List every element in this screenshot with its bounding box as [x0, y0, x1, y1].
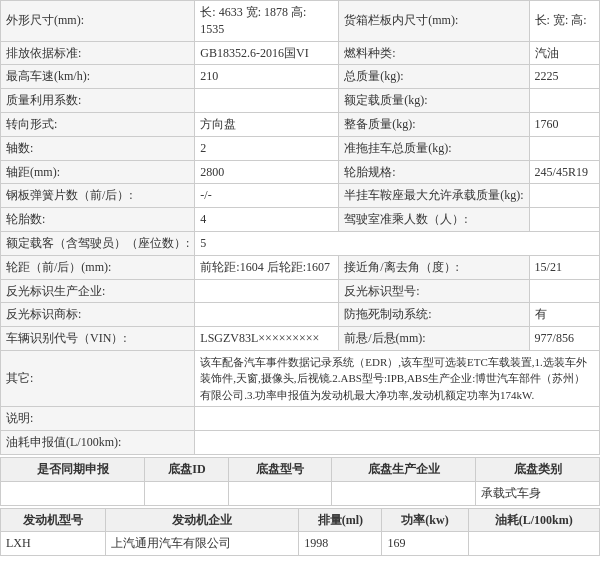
- cab-seats-value: [529, 208, 599, 232]
- max-speed-value: 210: [195, 65, 339, 89]
- chassis-col0-header: 是否同期申报: [1, 458, 145, 482]
- other-value: 该车配备汽车事件数据记录系统（EDR）,该车型可选装ETC车载装置,1.选装车外…: [195, 350, 600, 407]
- anti-rollover-value: 有: [529, 303, 599, 327]
- rated-load-value: [529, 89, 599, 113]
- chassis-row1-col4: 承载式车身: [476, 481, 600, 505]
- tire-count-value: 4: [195, 208, 339, 232]
- vin-label: 车辆识别代号（VIN）:: [1, 327, 195, 351]
- wheelbase-label: 轴距(mm):: [1, 160, 195, 184]
- mass-util-label: 质量利用系数:: [1, 89, 195, 113]
- engine-col5-header: 油耗(L/100km): [468, 508, 599, 532]
- chassis-row1-col1: [145, 481, 229, 505]
- emission-label: 排放依据标准:: [1, 41, 195, 65]
- engine-col1-header: 发动机型号: [1, 508, 106, 532]
- engine-row1-col4: 169: [382, 532, 468, 556]
- reflex-producer-label: 反光标识生产企业:: [1, 279, 195, 303]
- tire-count-label: 轮胎数:: [1, 208, 195, 232]
- note-value: [195, 407, 600, 431]
- engine-col4-header: 功率(kw): [382, 508, 468, 532]
- cab-seats-label: 驾驶室准乘人数（人）:: [339, 208, 529, 232]
- reflex-producer-value: [195, 279, 339, 303]
- semi-seat-load-label: 半挂车鞍座最大允许承载质量(kg):: [339, 184, 529, 208]
- prep-mass-value: 1760: [529, 112, 599, 136]
- engine-col3-header: 排量(ml): [299, 508, 382, 532]
- fuel-report-value: [195, 431, 600, 455]
- outer-dimensions-label: 外形尺寸(mm):: [1, 1, 195, 42]
- reflex-mark-label: 反光标识商标:: [1, 303, 195, 327]
- rated-load-label: 额定载质量(kg):: [339, 89, 529, 113]
- reflex-mark-value: [195, 303, 339, 327]
- emission-value: GB18352.6-2016国VI: [195, 41, 339, 65]
- chassis-row1-col3: [332, 481, 476, 505]
- chassis-col2-header: 底盘型号: [229, 458, 332, 482]
- prep-mass-label: 整备质量(kg):: [339, 112, 529, 136]
- fuel-type-value: 汽油: [529, 41, 599, 65]
- rated-seats-value: 5: [195, 231, 600, 255]
- chassis-col3-header: 底盘生产企业: [332, 458, 476, 482]
- rated-seats-label: 额定载客（含驾驶员）（座位数）:: [1, 231, 195, 255]
- chassis-col1-header: 底盘ID: [145, 458, 229, 482]
- axle-count-value: 2: [195, 136, 339, 160]
- fuel-report-label: 油耗申报值(L/100km):: [1, 431, 195, 455]
- tire-spec-label: 轮胎规格:: [339, 160, 529, 184]
- spring-label: 钢板弹簧片数（前/后）:: [1, 184, 195, 208]
- track-label: 轮距（前/后）(mm):: [1, 255, 195, 279]
- track-value: 前轮距:1604 后轮距:1607: [195, 255, 339, 279]
- axle-count-label: 轴数:: [1, 136, 195, 160]
- engine-row1-col5: [468, 532, 599, 556]
- total-mass-value: 2225: [529, 65, 599, 89]
- other-label: 其它:: [1, 350, 195, 407]
- steering-value: 方向盘: [195, 112, 339, 136]
- cargo-dimensions-value: 长: 宽: 高:: [529, 1, 599, 42]
- reflex-type-value: [529, 279, 599, 303]
- engine-row1-col3: 1998: [299, 532, 382, 556]
- approach-angle-label: 接近角/离去角（度）:: [339, 255, 529, 279]
- tire-spec-value: 245/45R19: [529, 160, 599, 184]
- engine-row1-col2: 上汽通用汽车有限公司: [105, 532, 298, 556]
- cargo-dimensions-label: 货箱栏板内尺寸(mm):: [339, 1, 529, 42]
- wheelbase-value: 2800: [195, 160, 339, 184]
- semi-trailer-mass-label: 准拖挂车总质量(kg):: [339, 136, 529, 160]
- reflex-type-label: 反光标识型号:: [339, 279, 529, 303]
- spring-value: -/-: [195, 184, 339, 208]
- vin-value: LSGZV83L×××××××××: [195, 327, 339, 351]
- engine-row1-col1: LXH: [1, 532, 106, 556]
- semi-seat-load-value: [529, 184, 599, 208]
- approach-departure-value: 977/856: [529, 327, 599, 351]
- fuel-type-label: 燃料种类:: [339, 41, 529, 65]
- max-speed-label: 最高车速(km/h):: [1, 65, 195, 89]
- approach-angle-value: 15/21: [529, 255, 599, 279]
- total-mass-label: 总质量(kg):: [339, 65, 529, 89]
- outer-dimensions-value: 长: 4633 宽: 1878 高: 1535: [195, 1, 339, 42]
- chassis-row1-col0: [1, 481, 145, 505]
- note-label: 说明:: [1, 407, 195, 431]
- approach-departure-label: 前悬/后悬(mm):: [339, 327, 529, 351]
- engine-col2-header: 发动机企业: [105, 508, 298, 532]
- chassis-row1-col2: [229, 481, 332, 505]
- semi-trailer-mass-value: [529, 136, 599, 160]
- steering-label: 转向形式:: [1, 112, 195, 136]
- chassis-col4-header: 底盘类别: [476, 458, 600, 482]
- anti-rollover-label: 防拖死制动系统:: [339, 303, 529, 327]
- mass-util-value: [195, 89, 339, 113]
